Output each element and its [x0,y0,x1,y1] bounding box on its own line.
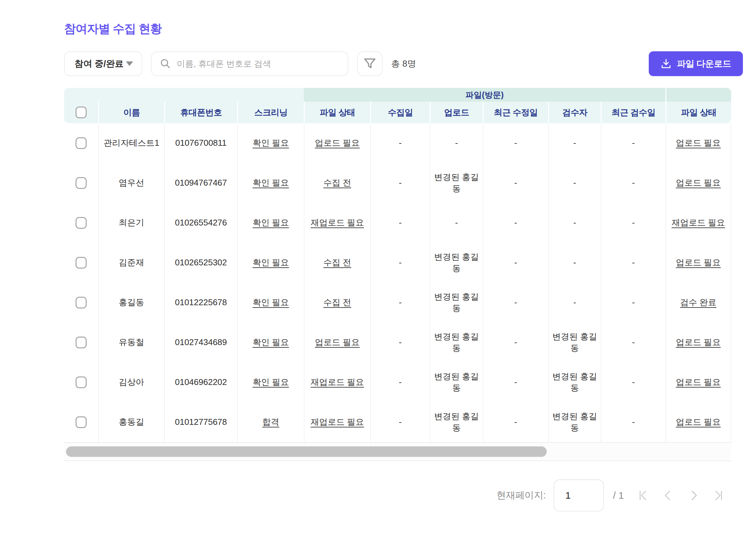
row-checkbox[interactable] [76,297,87,308]
screening-link[interactable]: 확인 필요 [252,336,289,348]
col-header-file-status: 파일 상태 [304,102,370,123]
first-page-icon [636,489,649,502]
cell-checkbox [64,322,98,362]
funnel-icon [363,57,376,70]
filter-button[interactable] [357,51,383,76]
cell-file-status-2: 재업로드 필요 [665,203,731,243]
page-number-input[interactable] [554,479,604,511]
cell-file-status-2: 업로드 필요 [665,243,731,283]
col-header-file-status-2: 파일 상태 [665,102,731,123]
cell-name: 관리자테스트1 [98,123,164,163]
file-status-link[interactable]: 재업로드 필요 [311,217,364,229]
file-status-2-link[interactable]: 업로드 필요 [676,137,721,149]
file-status-2-link[interactable]: 업로드 필요 [676,336,721,348]
last-page-button[interactable] [712,489,726,502]
file-status-link[interactable]: 수집 전 [323,257,351,268]
first-page-button[interactable] [636,489,649,502]
file-download-button[interactable]: 파일 다운로드 [649,51,743,76]
file-status-link[interactable]: 재업로드 필요 [311,416,364,428]
horizontal-scrollbar[interactable] [64,443,731,461]
cell-review-date: - [601,322,665,362]
file-status-link[interactable]: 수집 전 [323,297,351,308]
file-status-2-link[interactable]: 업로드 필요 [676,177,721,189]
row-checkbox[interactable] [76,257,87,269]
file-status-link[interactable]: 업로드 필요 [315,137,360,149]
cell-reviewer: - [548,123,601,163]
cell-upload: 변경된 홍길동 [430,362,483,402]
screening-link[interactable]: 확인 필요 [252,177,289,189]
cell-collect-date: - [370,243,430,283]
file-status-2-link[interactable]: 업로드 필요 [676,416,721,428]
file-status-2-link[interactable]: 업로드 필요 [676,257,721,268]
cell-modified-date: - [483,163,548,203]
prev-page-button[interactable] [661,489,675,502]
row-checkbox[interactable] [76,217,87,229]
table-row: 김준재 01026525302 확인 필요 수집 전 - 변경된 홍길동 - -… [64,243,731,283]
cell-phone: 01026525302 [164,243,237,283]
screening-link[interactable]: 확인 필요 [252,217,289,229]
search-icon [160,58,171,70]
file-status-link[interactable]: 재업로드 필요 [311,376,364,388]
row-checkbox[interactable] [76,336,87,348]
screening-link[interactable]: 확인 필요 [252,376,289,388]
file-status-link[interactable]: 수집 전 [323,177,351,189]
file-status-2-link[interactable]: 재업로드 필요 [672,217,725,229]
search-input[interactable] [177,59,340,69]
file-status-2-link[interactable]: 업로드 필요 [676,376,721,388]
file-status-link[interactable]: 업로드 필요 [315,336,360,348]
cell-modified-date: - [483,203,548,243]
cell-reviewer: - [548,243,601,283]
cell-file-status-2: 업로드 필요 [665,123,731,163]
row-checkbox[interactable] [76,416,87,428]
cell-phone: 01027434689 [164,322,237,362]
cell-name: 염우선 [98,163,164,203]
cell-name: 유동철 [98,322,164,362]
screening-link[interactable]: 합격 [262,416,279,428]
header-select-all [64,102,98,123]
cell-screening: 확인 필요 [237,243,304,283]
cell-file-status: 수집 전 [304,163,370,203]
select-all-checkbox[interactable] [76,107,87,118]
cell-upload: 변경된 홍길동 [430,163,483,203]
file-status-2-link[interactable]: 검수 완료 [680,297,716,308]
cell-file-status: 수집 전 [304,243,370,283]
cell-collect-date: - [370,402,430,442]
cell-upload: 변경된 홍길동 [430,402,483,442]
cell-review-date: - [601,362,665,402]
cell-name: 홍동길 [98,402,164,442]
cell-upload: - [430,203,483,243]
cell-collect-date: - [370,322,430,362]
cell-review-date: - [601,203,665,243]
cell-modified-date: - [483,243,548,283]
cell-modified-date: - [483,362,548,402]
group-header-file-2 [666,88,731,102]
row-checkbox[interactable] [76,177,87,189]
cell-checkbox [64,283,98,322]
cell-reviewer: - [548,203,601,243]
screening-link[interactable]: 확인 필요 [252,137,289,149]
cell-checkbox [64,243,98,283]
table-row: 염우선 01094767467 확인 필요 수집 전 - 변경된 홍길동 - -… [64,163,731,203]
screening-link[interactable]: 확인 필요 [252,297,289,308]
participant-collection-panel: 참여자별 수집 현황 참여 중/완료 총 8명 파일 다운로드 [64,0,743,511]
cell-file-status: 업로드 필요 [304,123,370,163]
cell-collect-date: - [370,203,430,243]
row-checkbox[interactable] [76,137,87,149]
cell-phone: 01076700811 [164,123,237,163]
cell-reviewer: 변경된 홍길동 [548,402,601,442]
scrollbar-thumb[interactable] [66,446,547,457]
row-checkbox[interactable] [76,376,87,388]
table-row: 유동철 01027434689 확인 필요 업로드 필요 - 변경된 홍길동 -… [64,322,731,362]
cell-file-status: 재업로드 필요 [304,402,370,442]
cell-modified-date: - [483,402,548,442]
search-box [151,51,348,76]
screening-link[interactable]: 확인 필요 [252,257,289,268]
cell-review-date: - [601,123,665,163]
next-page-button[interactable] [687,489,700,502]
status-filter-select[interactable]: 참여 중/완료 [64,51,142,76]
cell-name: 김준재 [98,243,164,283]
col-header-modified-date: 최근 수정일 [483,102,548,123]
table-header: 파일(방문) 이름 휴대폰번호 스크리닝 파일 상태 수집일 업로드 최근 수정… [64,88,731,123]
cell-screening: 확인 필요 [237,322,304,362]
table-row: 홍길동 01012225678 확인 필요 수집 전 - 변경된 홍길동 - -… [64,283,731,322]
